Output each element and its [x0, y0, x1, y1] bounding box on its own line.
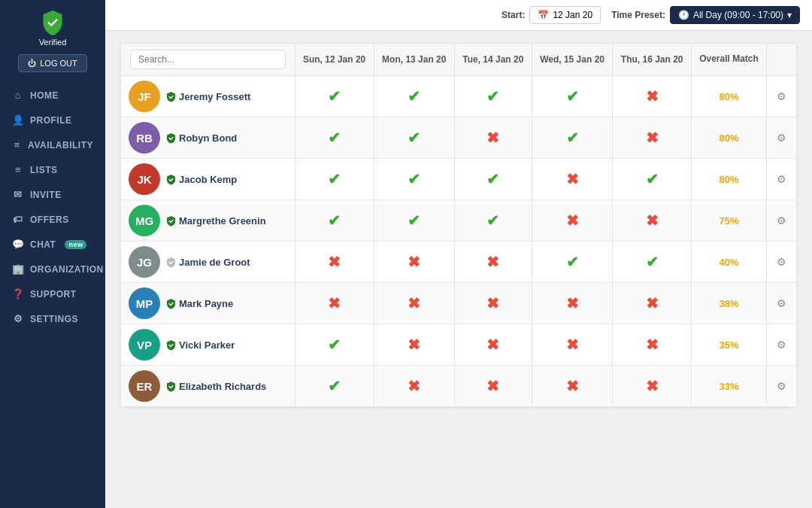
verified-shield-icon	[166, 298, 176, 309]
unavailable-cross-icon: ✖	[486, 295, 499, 312]
day-cell-3: ✔	[532, 76, 613, 117]
verified-shield-icon	[166, 381, 176, 392]
logout-label: LOG OUT	[40, 59, 77, 68]
row-action-button[interactable]: ⚙	[774, 379, 789, 394]
sidebar-item-profile[interactable]: 👤 PROFILE	[0, 108, 105, 132]
sidebar-item-offers[interactable]: 🏷 OFFERS	[0, 207, 105, 232]
action-cell[interactable]: ⚙	[767, 324, 797, 366]
availability-nav-icon: ≡	[12, 139, 22, 151]
verified-shield-icon	[166, 132, 176, 144]
action-cell[interactable]: ⚙	[767, 76, 797, 117]
action-cell[interactable]: ⚙	[767, 366, 797, 407]
main-table-area: Sun, 12 Jan 20Mon, 13 Jan 20Tue, 14 Jan …	[105, 31, 812, 508]
day-cell-0: ✔	[295, 324, 374, 366]
main-content: Start: 📅 12 Jan 20 Time Preset: 🕐 All Da…	[105, 0, 812, 508]
logout-button[interactable]: ⏻ LOG OUT	[18, 54, 87, 72]
clock-icon: 🕐	[678, 10, 689, 20]
day-cell-4: ✖	[613, 200, 691, 242]
row-action-button[interactable]: ⚙	[774, 89, 789, 104]
day-cell-0: ✖	[295, 242, 374, 283]
row-action-button[interactable]: ⚙	[774, 172, 789, 187]
match-percentage: 40%	[719, 257, 738, 268]
day-cell-4: ✔	[613, 159, 691, 200]
unavailable-cross-icon: ✖	[566, 378, 579, 394]
verified-shield-icon	[166, 339, 176, 351]
row-action-button[interactable]: ⚙	[774, 254, 789, 269]
availability-table: Sun, 12 Jan 20Mon, 13 Jan 20Tue, 14 Jan …	[120, 43, 797, 407]
sidebar-item-availability[interactable]: ≡ AVAILABILITY	[0, 132, 105, 157]
avatar: JK	[129, 163, 160, 195]
sidebar-item-organization[interactable]: 🏢 ORGANIZATION	[0, 257, 105, 281]
day-cell-3: ✖	[532, 366, 613, 407]
unavailable-cross-icon: ✖	[408, 336, 420, 353]
table-row: VP Vicki Parker ✔✖✖✖✖35%⚙	[121, 324, 797, 366]
day-cell-2: ✖	[454, 366, 532, 407]
start-date-group: Start: 📅 12 Jan 20	[501, 6, 601, 24]
invite-nav-icon: ✉	[12, 189, 24, 200]
action-cell[interactable]: ⚙	[767, 117, 797, 159]
sidebar-item-invite[interactable]: ✉ INVITE	[0, 182, 105, 207]
person-cell: MP Mark Payne	[121, 283, 295, 324]
day-cell-1: ✔	[374, 117, 454, 159]
day-cell-2: ✖	[454, 117, 532, 159]
available-check-icon: ✔	[328, 171, 341, 187]
sidebar-item-home[interactable]: ⌂ HOME	[0, 83, 105, 108]
sidebar-item-settings[interactable]: ⚙ SETTINGS	[0, 306, 105, 331]
person-cell: RB Robyn Bond	[121, 117, 295, 159]
unavailable-cross-icon: ✖	[566, 336, 579, 353]
avatar: JF	[129, 81, 160, 112]
search-input[interactable]	[130, 50, 286, 69]
unavailable-cross-icon: ✖	[646, 129, 659, 146]
sidebar-item-lists[interactable]: ≡ LISTS	[0, 157, 105, 182]
unavailable-cross-icon: ✖	[328, 295, 341, 312]
day-cell-4: ✖	[613, 283, 691, 324]
match-percentage: 35%	[719, 339, 738, 351]
person-cell: JF Jeremy Fossett	[121, 76, 295, 117]
person-cell: ER Elizabeth Richards	[121, 366, 295, 407]
match-percentage: 33%	[719, 381, 738, 392]
sidebar-item-chat[interactable]: 💬 CHATnew	[0, 232, 105, 257]
day-cell-1: ✖	[374, 242, 454, 283]
available-check-icon: ✔	[646, 171, 659, 187]
available-check-icon: ✔	[408, 129, 420, 146]
table-row: JF Jeremy Fossett ✔✔✔✔✖80%⚙	[121, 76, 797, 117]
unavailable-cross-icon: ✖	[646, 336, 659, 353]
day-cell-4: ✖	[613, 76, 691, 117]
action-header	[767, 44, 797, 76]
time-preset-button[interactable]: 🕐 All Day (09:00 - 17:00) ▾	[670, 6, 800, 24]
sidebar-item-label: AVAILABILITY	[28, 140, 93, 151]
day-cell-2: ✖	[454, 242, 532, 283]
row-action-button[interactable]: ⚙	[774, 213, 789, 228]
row-action-button[interactable]: ⚙	[774, 296, 789, 311]
day-header-2: Tue, 14 Jan 20	[454, 44, 532, 76]
badge-new: new	[65, 240, 86, 249]
sidebar-item-support[interactable]: ❓ SUPPORT	[0, 281, 105, 306]
action-cell[interactable]: ⚙	[767, 159, 797, 200]
available-check-icon: ✔	[408, 88, 420, 105]
available-check-icon: ✔	[328, 88, 341, 105]
match-percentage: 80%	[719, 132, 738, 144]
person-name: Elizabeth Richards	[179, 381, 266, 392]
action-cell[interactable]: ⚙	[767, 200, 797, 242]
available-check-icon: ✔	[646, 254, 659, 270]
date-picker-button[interactable]: 📅 12 Jan 20	[529, 6, 601, 24]
unavailable-cross-icon: ✖	[408, 254, 420, 270]
day-cell-0: ✔	[295, 76, 374, 117]
action-cell[interactable]: ⚙	[767, 283, 797, 324]
day-cell-2: ✔	[454, 159, 532, 200]
chat-nav-icon: 💬	[12, 239, 24, 250]
available-check-icon: ✔	[328, 212, 341, 229]
row-action-button[interactable]: ⚙	[774, 130, 789, 145]
available-check-icon: ✔	[408, 171, 420, 187]
row-action-button[interactable]: ⚙	[774, 337, 789, 352]
action-cell[interactable]: ⚙	[767, 242, 797, 283]
day-cell-4: ✔	[613, 242, 691, 283]
calendar-icon: 📅	[538, 10, 549, 20]
avatar: MG	[129, 205, 160, 236]
table-row: MG Margrethe Greenin ✔✔✔✖✖75%⚙	[121, 200, 797, 242]
available-check-icon: ✔	[486, 88, 499, 105]
table-row: JK Jacob Kemp ✔✔✔✖✔80%⚙	[121, 159, 797, 200]
day-cell-4: ✖	[613, 366, 691, 407]
available-check-icon: ✔	[566, 129, 579, 146]
home-nav-icon: ⌂	[12, 90, 24, 101]
